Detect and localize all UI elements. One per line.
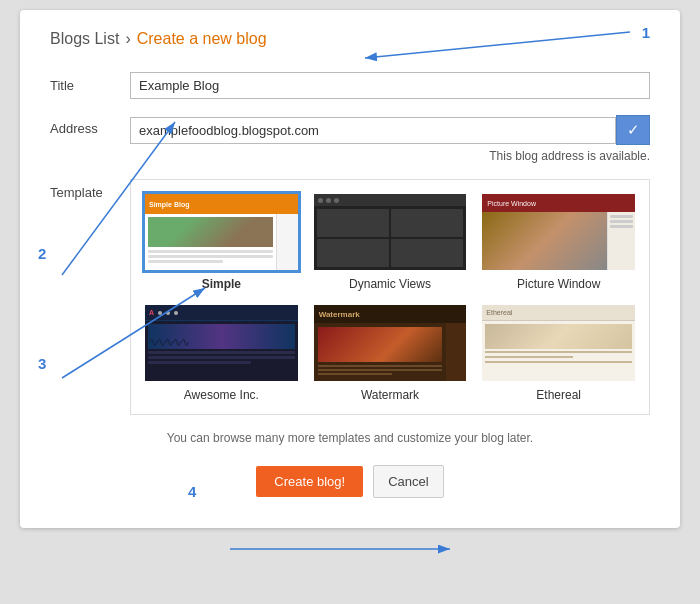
page-container: Blogs List › Create a new blog Title Add…: [20, 10, 680, 528]
template-name-watermark: Watermark: [361, 388, 419, 402]
awesome-preview: A: [145, 305, 298, 381]
simple-sidebar: [276, 214, 298, 270]
ethereal-title-text: Ethereal: [486, 309, 512, 316]
a-nav1: [158, 311, 162, 315]
title-control: [130, 72, 650, 99]
ethereal-banner: [485, 324, 632, 349]
watermark-main: [314, 323, 447, 381]
simple-body: [145, 214, 298, 270]
picture-title: Picture Window: [487, 200, 536, 207]
a-line1: [148, 351, 295, 354]
w-line2: [318, 369, 443, 371]
template-grid: Simple Blog: [143, 192, 637, 402]
template-row: Template Simple Blog: [50, 179, 650, 415]
template-item-picture[interactable]: Picture Window: [480, 192, 637, 291]
title-label: Title: [50, 72, 130, 93]
awesome-logo: A: [149, 309, 154, 316]
template-control: Simple Blog: [130, 179, 650, 415]
title-input[interactable]: [130, 72, 650, 99]
e-line1: [485, 351, 632, 353]
template-thumb-ethereal: Ethereal: [480, 303, 637, 383]
ethereal-preview: Ethereal: [482, 305, 635, 381]
picture-img: [482, 212, 607, 270]
simple-line3: [148, 260, 223, 263]
simple-header: Simple Blog: [145, 194, 298, 214]
d-card4: [391, 239, 463, 267]
p-sline2: [610, 220, 633, 223]
picture-body: [482, 212, 635, 270]
breadcrumb-blogs[interactable]: Blogs List: [50, 30, 119, 48]
watermark-header: Watermark: [314, 305, 467, 323]
template-label: Template: [50, 179, 130, 200]
template-name-awesome: Awesome Inc.: [184, 388, 259, 402]
dynamic-content: [314, 206, 467, 270]
p-sline3: [610, 225, 633, 228]
template-name-picture: Picture Window: [517, 277, 600, 291]
breadcrumb-current: Create a new blog: [137, 30, 267, 48]
a-nav3: [174, 311, 178, 315]
d-card3: [317, 239, 389, 267]
template-name-ethereal: Ethereal: [536, 388, 581, 402]
annotation-1: 1: [642, 24, 650, 41]
w-line3: [318, 373, 393, 375]
w-line1: [318, 365, 443, 367]
simple-line1: [148, 250, 273, 253]
awesome-wave: [148, 324, 295, 349]
actions-row: Create blog! Cancel: [50, 465, 650, 498]
browse-note: You can browse many more templates and c…: [50, 431, 650, 445]
annotation-4: 4: [188, 483, 196, 500]
d-dot3: [334, 198, 339, 203]
ethereal-body: [482, 321, 635, 381]
d-card2: [391, 209, 463, 237]
e-line2: [485, 356, 573, 358]
address-row: Address ✓ This blog address is available…: [50, 115, 650, 163]
ethereal-header: Ethereal: [482, 305, 635, 321]
a-nav2: [166, 311, 170, 315]
create-blog-button[interactable]: Create blog!: [256, 466, 363, 497]
template-thumb-simple: Simple Blog: [143, 192, 300, 272]
address-check-button[interactable]: ✓: [616, 115, 650, 145]
template-item-awesome[interactable]: A: [143, 303, 300, 402]
e-line3: [485, 361, 632, 363]
template-item-ethereal[interactable]: Ethereal Ethereal: [480, 303, 637, 402]
watermark-title: Watermark: [319, 310, 360, 319]
simple-img: [148, 217, 273, 247]
awesome-header: A: [145, 305, 298, 321]
template-grid-wrap: Simple Blog: [130, 179, 650, 415]
d-dot2: [326, 198, 331, 203]
watermark-preview: Watermark: [314, 305, 467, 381]
breadcrumb: Blogs List › Create a new blog: [50, 30, 650, 48]
template-name-simple: Simple: [202, 277, 241, 291]
d-dot1: [318, 198, 323, 203]
breadcrumb-separator: ›: [125, 30, 130, 48]
p-sline1: [610, 215, 633, 218]
dynamic-nav: [314, 194, 467, 206]
picture-preview: Picture Window: [482, 194, 635, 270]
annotation-2: 2: [38, 245, 46, 262]
awesome-body: [145, 321, 298, 381]
a-line3: [148, 361, 251, 364]
simple-line2: [148, 255, 273, 258]
template-name-dynamic: Dynamic Views: [349, 277, 431, 291]
template-thumb-watermark: Watermark: [312, 303, 469, 383]
template-item-dynamic[interactable]: Dynamic Views: [312, 192, 469, 291]
dynamic-preview: [314, 194, 467, 270]
address-available-text: This blog address is available.: [130, 149, 650, 163]
template-item-simple[interactable]: Simple Blog: [143, 192, 300, 291]
address-input[interactable]: [130, 117, 616, 144]
address-control: ✓ This blog address is available.: [130, 115, 650, 163]
template-item-watermark[interactable]: Watermark: [312, 303, 469, 402]
a-line2: [148, 356, 295, 359]
annotation-3: 3: [38, 355, 46, 372]
watermark-img: [318, 327, 443, 362]
watermark-body: [314, 323, 467, 381]
template-thumb-dynamic: [312, 192, 469, 272]
address-label: Address: [50, 115, 130, 136]
watermark-side: [446, 323, 466, 381]
template-thumb-picture: Picture Window: [480, 192, 637, 272]
simple-preview: Simple Blog: [145, 194, 298, 270]
address-input-row: ✓: [130, 115, 650, 145]
template-thumb-awesome: A: [143, 303, 300, 383]
cancel-button[interactable]: Cancel: [373, 465, 443, 498]
picture-side: [607, 212, 635, 270]
